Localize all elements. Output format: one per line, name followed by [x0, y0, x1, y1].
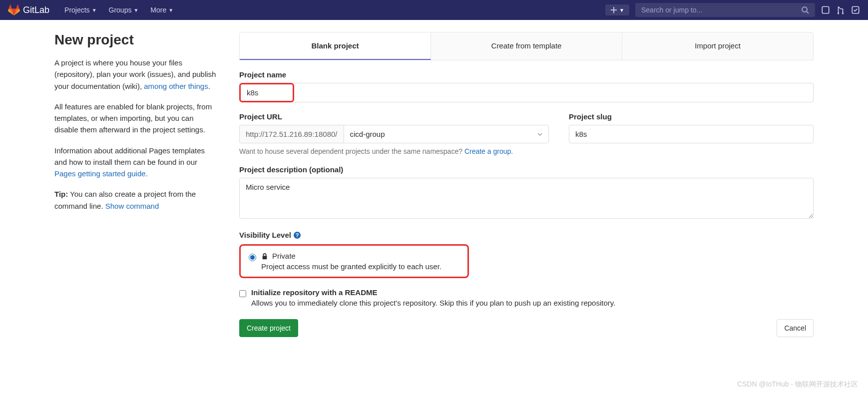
project-slug-input[interactable] — [569, 125, 814, 143]
project-slug-label: Project slug — [569, 112, 814, 121]
nav-more[interactable]: More▼ — [145, 2, 178, 18]
project-url-prefix: http://172.51.216.89:18080/ — [239, 125, 344, 143]
project-type-tabs: Blank project Create from template Impor… — [239, 32, 814, 60]
search-input[interactable]: Search or jump to... — [635, 3, 815, 17]
svg-point-0 — [802, 7, 807, 12]
page-title: New project — [54, 32, 219, 48]
sidebar-tip: Tip: You can also create a project from … — [54, 188, 219, 212]
chevron-down-icon: ▼ — [133, 7, 138, 13]
project-name-highlight — [239, 83, 294, 102]
merge-requests-icon[interactable] — [836, 5, 845, 14]
visibility-private-desc: Project access must be granted explicitl… — [261, 262, 441, 271]
help-icon[interactable]: ? — [293, 231, 301, 239]
sidebar-paragraph: All features are enabled for blank proje… — [54, 101, 219, 136]
tab-create-from-template[interactable]: Create from template — [431, 32, 622, 60]
chevron-down-icon: ▼ — [92, 7, 97, 13]
top-navbar: GitLab Projects▼ Groups▼ More▼ ▼ Search … — [0, 0, 868, 20]
create-group-link[interactable]: Create a group. — [464, 147, 513, 155]
create-project-button[interactable]: Create project — [239, 319, 298, 337]
namespace-helper: Want to house several dependent projects… — [239, 147, 549, 155]
sidebar-paragraph: A project is where you house your files … — [54, 57, 219, 92]
create-new-button[interactable]: ▼ — [605, 4, 629, 15]
issues-icon[interactable] — [821, 5, 830, 14]
visibility-private-title: Private — [272, 252, 296, 260]
project-description-label: Project description (optional) — [239, 165, 814, 174]
todos-icon[interactable] — [851, 5, 860, 14]
visibility-highlight: Private Project access must be granted e… — [239, 244, 469, 278]
project-url-label: Project URL — [239, 112, 549, 121]
among-other-things-link[interactable]: among other things — [144, 82, 208, 90]
project-description-input[interactable] — [239, 178, 814, 219]
visibility-level-label: Visibility Level — [239, 231, 291, 239]
chevron-down-icon: ▼ — [168, 7, 173, 13]
tab-blank-project[interactable]: Blank project — [240, 32, 431, 60]
sidebar: New project A project is where you house… — [54, 32, 219, 347]
nav-groups[interactable]: Groups▼ — [104, 2, 144, 18]
initialize-readme-label: Initialize repository with a README — [251, 288, 615, 297]
visibility-private-radio[interactable] — [249, 254, 256, 261]
show-command-link[interactable]: Show command — [105, 202, 159, 210]
chevron-down-icon — [537, 132, 542, 137]
namespace-value: cicd-group — [350, 130, 385, 138]
lock-icon — [261, 253, 268, 260]
svg-rect-1 — [822, 6, 829, 13]
svg-point-2 — [838, 12, 839, 14]
search-placeholder: Search or jump to... — [641, 6, 702, 14]
svg-point-3 — [842, 12, 844, 14]
pages-guide-link[interactable]: Pages getting started guide — [54, 169, 146, 178]
project-name-input-extension[interactable] — [294, 83, 814, 102]
initialize-readme-desc: Allows you to immediately clone this pro… — [251, 299, 615, 307]
nav-projects[interactable]: Projects▼ — [59, 2, 101, 18]
project-name-label: Project name — [239, 70, 814, 79]
project-name-input[interactable] — [242, 85, 292, 100]
tab-import-project[interactable]: Import project — [622, 32, 813, 60]
namespace-select[interactable]: cicd-group — [344, 125, 549, 143]
sidebar-paragraph: Information about additional Pages templ… — [54, 145, 219, 180]
initialize-readme-checkbox[interactable] — [239, 290, 246, 297]
svg-text:?: ? — [296, 232, 299, 238]
cancel-button[interactable]: Cancel — [777, 319, 814, 337]
search-icon — [801, 6, 809, 14]
gitlab-logo[interactable]: GitLab — [8, 4, 49, 16]
gitlab-icon — [8, 4, 20, 16]
brand-text: GitLab — [23, 5, 49, 15]
plus-icon — [610, 6, 617, 13]
svg-rect-7 — [263, 256, 267, 259]
chevron-down-icon: ▼ — [619, 7, 624, 13]
